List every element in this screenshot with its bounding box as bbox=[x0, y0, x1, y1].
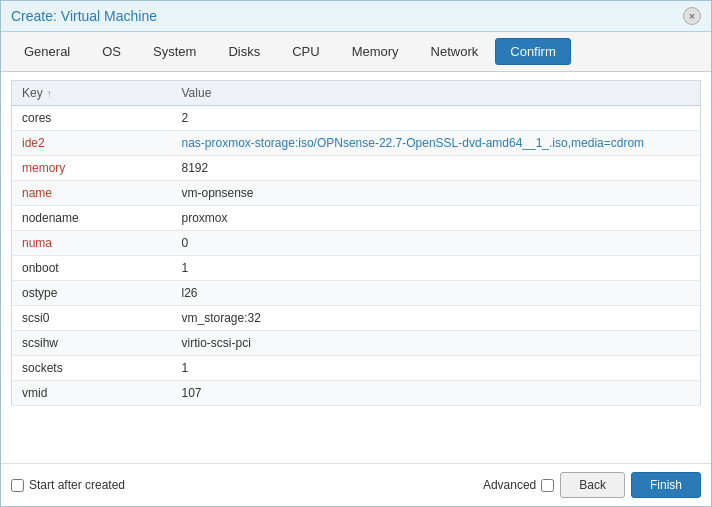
table-row: numa0 bbox=[12, 231, 701, 256]
row-key: name bbox=[12, 181, 172, 206]
start-after-created-label[interactable]: Start after created bbox=[11, 478, 125, 492]
table-row: ide2nas-proxmox-storage:iso/OPNsense-22.… bbox=[12, 131, 701, 156]
advanced-label: Advanced bbox=[483, 478, 536, 492]
tab-cpu[interactable]: CPU bbox=[277, 38, 334, 65]
table-row: memory8192 bbox=[12, 156, 701, 181]
col-header-value: Value bbox=[172, 81, 701, 106]
row-key: sockets bbox=[12, 356, 172, 381]
table-row: vmid107 bbox=[12, 381, 701, 406]
create-vm-dialog: Create: Virtual Machine × GeneralOSSyste… bbox=[0, 0, 712, 507]
config-table: Key ↑ Value cores2ide2nas-proxmox-storag… bbox=[11, 80, 701, 406]
tab-confirm[interactable]: Confirm bbox=[495, 38, 571, 65]
row-key: scsi0 bbox=[12, 306, 172, 331]
footer: Start after created Advanced Back Finish bbox=[1, 463, 711, 506]
row-value: 0 bbox=[172, 231, 701, 256]
table-row: ostypel26 bbox=[12, 281, 701, 306]
close-button[interactable]: × bbox=[683, 7, 701, 25]
table-row: cores2 bbox=[12, 106, 701, 131]
advanced-area: Advanced bbox=[483, 478, 554, 492]
table-row: scsi0vm_storage:32 bbox=[12, 306, 701, 331]
footer-left: Start after created bbox=[1, 470, 135, 500]
footer-right: Advanced Back Finish bbox=[473, 464, 711, 506]
row-key: nodename bbox=[12, 206, 172, 231]
tab-general[interactable]: General bbox=[9, 38, 85, 65]
row-key: ostype bbox=[12, 281, 172, 306]
dialog-title: Create: Virtual Machine bbox=[11, 8, 157, 24]
row-key: numa bbox=[12, 231, 172, 256]
row-value: 107 bbox=[172, 381, 701, 406]
table-row: onboot1 bbox=[12, 256, 701, 281]
row-value: 8192 bbox=[172, 156, 701, 181]
table-row: sockets1 bbox=[12, 356, 701, 381]
row-value: l26 bbox=[172, 281, 701, 306]
tab-disks[interactable]: Disks bbox=[213, 38, 275, 65]
row-value: proxmox bbox=[172, 206, 701, 231]
tab-os[interactable]: OS bbox=[87, 38, 136, 65]
finish-button[interactable]: Finish bbox=[631, 472, 701, 498]
main-content: Key ↑ Value cores2ide2nas-proxmox-storag… bbox=[1, 72, 711, 463]
table-row: nodenameproxmox bbox=[12, 206, 701, 231]
row-value: virtio-scsi-pci bbox=[172, 331, 701, 356]
row-key: scsihw bbox=[12, 331, 172, 356]
row-key: onboot bbox=[12, 256, 172, 281]
row-key: memory bbox=[12, 156, 172, 181]
back-button[interactable]: Back bbox=[560, 472, 625, 498]
start-after-label: Start after created bbox=[29, 478, 125, 492]
sort-arrow-icon: ↑ bbox=[47, 88, 52, 99]
row-key: cores bbox=[12, 106, 172, 131]
start-after-created-checkbox[interactable] bbox=[11, 479, 24, 492]
tab-memory[interactable]: Memory bbox=[337, 38, 414, 65]
dialog-header: Create: Virtual Machine × bbox=[1, 1, 711, 32]
row-value: nas-proxmox-storage:iso/OPNsense-22.7-Op… bbox=[172, 131, 701, 156]
advanced-checkbox[interactable] bbox=[541, 479, 554, 492]
tab-network[interactable]: Network bbox=[416, 38, 494, 65]
row-key: vmid bbox=[12, 381, 172, 406]
row-key: ide2 bbox=[12, 131, 172, 156]
table-row: scsihwvirtio-scsi-pci bbox=[12, 331, 701, 356]
row-value: 2 bbox=[172, 106, 701, 131]
row-value: vm-opnsense bbox=[172, 181, 701, 206]
row-value: vm_storage:32 bbox=[172, 306, 701, 331]
col-header-key: Key ↑ bbox=[12, 81, 172, 106]
row-value: 1 bbox=[172, 256, 701, 281]
tab-bar: GeneralOSSystemDisksCPUMemoryNetworkConf… bbox=[1, 32, 711, 72]
row-value: 1 bbox=[172, 356, 701, 381]
table-row: namevm-opnsense bbox=[12, 181, 701, 206]
tab-system[interactable]: System bbox=[138, 38, 211, 65]
